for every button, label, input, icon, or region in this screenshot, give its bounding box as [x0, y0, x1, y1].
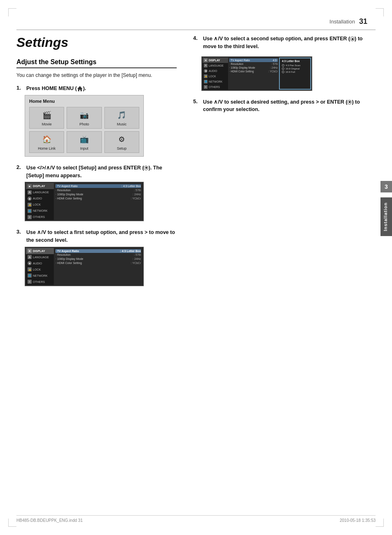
- photo-label: Photo: [79, 122, 89, 126]
- menu-others: OTHERS: [33, 215, 45, 218]
- step-1-text: Press HOME MENU ().: [26, 85, 177, 93]
- step-5-text: Use ∧/V to select a desired setting, and…: [203, 98, 371, 114]
- step-4-text: Use ∧/V to select a second setup option,…: [203, 35, 371, 51]
- page-footer: HB485-DB.BDEUPPK_ENG.indd 31 2010-05-18 …: [16, 515, 376, 523]
- menu-display: DISPLAY: [33, 185, 45, 188]
- footer-right: 2010-05-18 1:35:53: [340, 518, 376, 523]
- step-2-number: 2.: [16, 164, 25, 170]
- page-title: Settings: [16, 35, 177, 50]
- menu-network: NETWORK: [33, 209, 48, 212]
- music-icon: 🎵: [106, 111, 137, 120]
- step-5-label: 5. Use ∧/V to select a desired setting, …: [193, 98, 371, 117]
- corner-mark-bl: [8, 519, 16, 527]
- step-4-label: 4. Use ∧/V to select a second setup opti…: [193, 35, 371, 54]
- option-169original: 16:9 Original: [282, 67, 308, 70]
- footer-left: HB485-DB.BDEUPPK_ENG.indd 31: [16, 518, 83, 523]
- photo-icon: 📷: [69, 111, 99, 120]
- menu-item-homelink: 🏠 Home Link: [29, 131, 64, 153]
- step-1: 1. Press HOME MENU (). Home Menu 🎬 Movie…: [16, 85, 177, 157]
- step-3-number: 3.: [16, 229, 25, 235]
- menu-item-music: 🎵 Music: [104, 107, 139, 129]
- right-column: 4. Use ∧/V to select a second setup opti…: [193, 35, 371, 124]
- setup-icon: ⚙: [106, 135, 137, 144]
- music-label: Music: [117, 122, 127, 126]
- page-number: 31: [359, 17, 367, 26]
- third-level-title: 4:3 Letter Box: [282, 60, 308, 63]
- side-chapter-label: Installation: [380, 197, 392, 236]
- intro-text: You can change the settings of the playe…: [16, 72, 177, 79]
- option-43pan-label: 4:3 Pan Scan: [286, 64, 300, 67]
- homelink-label: Home Link: [38, 146, 55, 151]
- home-menu-title: Home Menu: [29, 99, 139, 104]
- option-169original-label: 16:9 Original: [286, 67, 300, 70]
- input-icon: 📺: [69, 135, 99, 144]
- step-3-label: 3. Use ∧/V to select a first setup optio…: [16, 229, 177, 244]
- corner-mark-tr: [376, 8, 384, 16]
- step-5: 5. Use ∧/V to select a desired setting, …: [193, 98, 371, 117]
- step-3-text: Use ∧/V to select a first setup option, …: [26, 229, 177, 244]
- side-chapter-number: 3: [380, 181, 392, 192]
- homelink-icon: 🏠: [31, 135, 62, 144]
- step-2-label: 2. Use </>/∧/V to select [Setup] and pre…: [16, 164, 177, 180]
- step-2-text: Use </>/∧/V to select [Setup] and press …: [26, 164, 177, 180]
- left-column: Settings Adjust the Setup Settings You c…: [16, 35, 177, 294]
- step-3: 3. Use ∧/V to select a first setup optio…: [16, 229, 177, 286]
- option-169full: 16:9 Full: [282, 70, 308, 74]
- option-169full-label: 16:9 Full: [286, 71, 295, 73]
- corner-mark-tl: [8, 8, 16, 16]
- menu-item-photo: 📷 Photo: [67, 107, 101, 129]
- menu-language: LANGUAGE: [33, 191, 49, 194]
- home-menu-row2: 🏠 Home Link 📺 Input ⚙ Setup: [29, 131, 139, 153]
- step-1-number: 1.: [16, 85, 25, 91]
- header-title: Installation: [330, 19, 355, 25]
- home-menu-row1: 🎬 Movie 📷 Photo 🎵 Music: [29, 107, 139, 129]
- option-43pan: 4:3 Pan Scan: [282, 64, 308, 67]
- menu-audio: AUDIO: [33, 197, 42, 200]
- movie-label: Movie: [42, 122, 52, 126]
- setup-label: Setup: [117, 146, 127, 151]
- section-title: Adjust the Setup Settings: [16, 58, 177, 68]
- step-4-number: 4.: [193, 35, 201, 41]
- menu-item-input: 📺 Input: [67, 131, 101, 153]
- content-area: Settings Adjust the Setup Settings You c…: [16, 35, 371, 510]
- step-2: 2. Use </>/∧/V to select [Setup] and pre…: [16, 164, 177, 222]
- movie-icon: 🎬: [31, 111, 62, 120]
- menu-lock: LOCK: [33, 203, 41, 206]
- header-divider: [16, 30, 376, 30]
- step-4: 4. Use ∧/V to select a second setup opti…: [193, 35, 371, 91]
- menu-item-setup: ⚙ Setup: [104, 131, 139, 153]
- page-header: Installation 31: [330, 17, 367, 26]
- corner-mark-br: [376, 519, 384, 527]
- input-label: Input: [80, 146, 88, 151]
- step-5-number: 5.: [193, 98, 201, 104]
- step-1-label: 1. Press HOME MENU ().: [16, 85, 177, 93]
- menu-item-movie: 🎬 Movie: [29, 107, 64, 129]
